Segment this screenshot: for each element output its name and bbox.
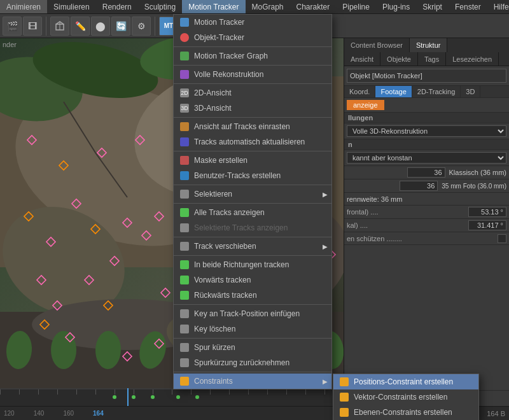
menu-row-key-track[interactable]: Key an Track-Position einfügen — [174, 306, 331, 321]
angle1-value[interactable]: 53.13 ° — [468, 207, 506, 217]
menu-row-benutzer-tracks[interactable]: Benutzer-Tracks erstellen — [174, 168, 331, 183]
menu-row-selektieren[interactable]: Selektieren — [174, 186, 331, 202]
toolbar-group-playback: 🎬 🎞 — [3, 17, 46, 36]
menu-row-motion-tracker[interactable]: Motion Tracker — [174, 15, 331, 30]
del-key-icon — [179, 323, 190, 335]
angle2-value[interactable]: 31.417 ° — [468, 220, 506, 230]
menu-row-ansicht-tracks[interactable]: Ansicht auf Tracks einrasten — [174, 119, 331, 134]
menu-row-spur-kuerzen[interactable]: Spur kürzen — [174, 340, 331, 355]
menu-simulieren[interactable]: Simulieren — [47, 0, 96, 13]
menu-row-in-beide[interactable]: In beide Richtungen tracken — [174, 257, 331, 272]
field3-value[interactable]: 36 — [400, 181, 438, 191]
user-tracks-icon — [179, 170, 190, 181]
ruler-140: 140 — [34, 410, 45, 417]
tab-tags[interactable]: Tags — [418, 52, 446, 66]
toolbar-btn-rotate[interactable]: 🔄 — [111, 17, 130, 36]
tab-lesezeichen[interactable]: Lesezeichen — [446, 52, 499, 66]
menu-motion-tracker[interactable]: Motion Tracker — [182, 0, 245, 13]
tab-content-browser[interactable]: Content Browser — [344, 38, 410, 52]
all-tracks-icon — [179, 207, 190, 218]
menu-label-alle-tracks: Alle Tracks anzeigen — [194, 208, 265, 217]
menu-row-maske[interactable]: Maske erstellen — [174, 153, 331, 168]
submenu-vektor-constraints[interactable]: Vektor-Constraints erstellen — [333, 389, 478, 405]
menu-row-tracks-aktualisieren[interactable]: Tracks automatisch aktualisieren — [174, 134, 331, 150]
field2-row: 36 35 mm Foto (36.0 mm) — [344, 179, 509, 193]
3d-icon: 3D — [179, 102, 190, 114]
menu-bar: Animieren Simulieren Rendern Sculpting M… — [0, 0, 509, 14]
submenu-ebenen-constraints[interactable]: Ebenen-Constraints erstellen — [333, 405, 478, 420]
anzeige-section: anzeige — [344, 98, 509, 113]
menu-row-objekt-tracker[interactable]: Objekt-Tracker — [174, 30, 331, 45]
rekonstruktion-select[interactable]: Volle 3D-Rekonstruktion — [347, 125, 506, 137]
tab-ansicht[interactable]: Ansicht — [344, 52, 380, 66]
menu-label-motion-tracker: Motion Tracker — [194, 18, 244, 27]
menu-row-vorwaerts[interactable]: Vorwärts tracken — [174, 272, 331, 288]
field1-value[interactable]: 36 — [407, 167, 445, 178]
pos-constraint-icon — [338, 376, 350, 388]
menu-row-constraints[interactable]: Constraints Positions-Constraint erstell… — [174, 374, 331, 389]
menu-label-graph: Motion Tracker Graph — [194, 52, 268, 60]
prop-tab-koord[interactable]: Koord. — [344, 86, 375, 97]
menu-row-spurkuerzung[interactable]: Spurkürzung zurücknehmen — [174, 355, 331, 370]
separator-5 — [174, 151, 331, 151]
prop-tab-3d[interactable]: 3D — [461, 86, 480, 97]
menu-mograph[interactable]: MoGraph — [246, 0, 290, 13]
menu-fenster[interactable]: Fenster — [449, 0, 487, 13]
motion-tracker-menu: Motion Tracker Objekt-Tracker Motion Tra… — [173, 14, 332, 389]
menu-row-3d[interactable]: 3D 3D-Ansicht — [174, 101, 331, 116]
toolbar-btn-cube[interactable] — [50, 17, 69, 36]
menu-label-track-verschieben: Track verschieben — [194, 242, 256, 251]
menu-row-rueckwaerts[interactable]: Rückwärts tracken — [174, 288, 331, 303]
schuetzen-checkbox[interactable] — [498, 234, 506, 243]
menu-sculpting[interactable]: Sculpting — [138, 0, 182, 13]
linse-row: kannt aber konstan — [344, 150, 509, 166]
einstellungen-header: llungen — [344, 113, 509, 123]
linse-select[interactable]: kannt aber konstan — [347, 152, 506, 164]
menu-skript[interactable]: Skript — [416, 0, 449, 13]
prop-tab-2d[interactable]: 2D-Tracking — [412, 86, 461, 97]
tab-struktur[interactable]: Struktur — [410, 38, 448, 52]
menu-row-graph[interactable]: Motion Tracker Graph — [174, 48, 331, 64]
sel-tracks-icon — [179, 222, 190, 234]
menu-pipeline[interactable]: Pipeline — [336, 0, 376, 13]
linse-header: n — [344, 139, 509, 150]
toolbar-btn-sphere[interactable]: ⬤ — [91, 17, 110, 36]
size-label: 164 B — [487, 410, 505, 417]
menu-label-selektieren: Selektieren — [194, 190, 232, 199]
menu-row-2d[interactable]: 2D 2D-Ansicht — [174, 85, 331, 101]
menu-row-track-verschieben[interactable]: Track verschieben — [174, 239, 331, 254]
submenu-positions-constraint[interactable]: Positions-Constraint erstellen — [333, 374, 478, 389]
menu-row-alle-tracks[interactable]: Alle Tracks anzeigen — [174, 205, 331, 220]
ruler: 120 140 160 164 — [4, 410, 388, 417]
prop-tab-footage[interactable]: Footage — [375, 86, 412, 97]
move-icon — [179, 241, 190, 252]
brennweite-row: rennweite: 36 mm — [344, 193, 509, 206]
back-icon — [179, 290, 190, 301]
anzeige-button[interactable]: anzeige — [347, 100, 384, 110]
menu-label-volle-rekon: Volle Rekonstruktion — [194, 70, 263, 79]
separator-12 — [174, 372, 331, 372]
object-tracker-icon — [179, 32, 190, 43]
menu-plugins[interactable]: Plug-ins — [376, 0, 416, 13]
menu-label-key-track: Key an Track-Position einfügen — [194, 309, 300, 318]
menu-label-2d: 2D-Ansicht — [194, 88, 232, 97]
menu-animieren[interactable]: Animieren — [0, 0, 47, 13]
field2-label: Klassisch (36 mm) — [449, 169, 506, 176]
separator-8 — [174, 237, 331, 237]
toolbar-btn-film2[interactable]: 🎞 — [23, 17, 42, 36]
menu-row-volle-rekon[interactable]: Volle Rekonstruktion — [174, 67, 331, 82]
toolbar-btn-gear[interactable]: ⚙ — [132, 17, 151, 36]
menu-charakter[interactable]: Charakter — [290, 0, 337, 13]
tab-objekte[interactable]: Objekte — [380, 52, 418, 66]
menu-label-vorwaerts: Vorwärts tracken — [194, 276, 251, 284]
menu-label-ansicht-tracks: Ansicht auf Tracks einrasten — [194, 122, 290, 131]
motion-tracker-icon — [179, 17, 190, 28]
field1-row: 36 Klassisch (36 mm) — [344, 166, 509, 179]
menu-hilfe[interactable]: Hilfe — [487, 0, 509, 13]
menu-row-key-loeschen[interactable]: Key löschen — [174, 321, 331, 337]
toolbar-btn-pen[interactable]: ✏️ — [71, 17, 90, 36]
menu-label-maske: Maske erstellen — [194, 156, 248, 165]
toolbar-btn-film[interactable]: 🎬 — [3, 17, 22, 36]
menu-rendern[interactable]: Rendern — [96, 0, 138, 13]
angle1-row: frontal) .... 53.13 ° — [344, 206, 509, 219]
